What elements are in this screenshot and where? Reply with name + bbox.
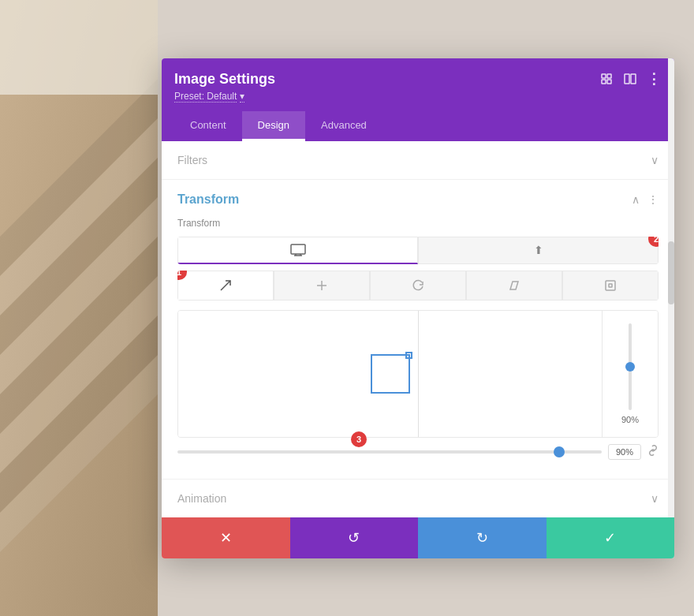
save-button[interactable]: ✓ (547, 517, 675, 558)
cancel-icon: ✕ (220, 529, 232, 547)
svg-rect-9 (0, 0, 158, 95)
link-chain-icon[interactable] (647, 445, 659, 458)
badge-3: 3 (351, 431, 367, 447)
animation-chevron: ∨ (651, 492, 659, 505)
animation-section-header[interactable]: Animation ∨ (162, 479, 674, 517)
transform-corner-indicator (401, 354, 410, 364)
filters-chevron: ∨ (651, 154, 659, 166)
vertical-slider-track (629, 323, 632, 410)
origin-icon (604, 279, 617, 292)
undo-icon: ↺ (348, 529, 360, 547)
transform-header-icons: ∧ ⋮ (632, 193, 659, 206)
tab-design[interactable]: Design (242, 111, 305, 141)
device-tabs: ⬆ 2 (177, 237, 659, 264)
transform-header: Transform ∧ ⋮ (177, 192, 659, 207)
columns-icon[interactable] (622, 71, 638, 87)
cancel-button[interactable]: ✕ (162, 517, 290, 558)
preset-selector[interactable]: Preset: Default ▾ (174, 91, 662, 102)
h-thumb[interactable] (554, 446, 565, 457)
animation-title: Animation (177, 492, 226, 505)
preset-chevron: ▾ (240, 91, 244, 103)
transform-section: Transform ∧ ⋮ Transform (162, 180, 674, 479)
svg-rect-13 (607, 80, 611, 84)
horizontal-value-display: 90% (608, 444, 641, 460)
scale-icon (219, 279, 232, 292)
chain-icon-svg (647, 445, 659, 456)
transform-box (371, 354, 410, 394)
svg-rect-16 (291, 245, 305, 254)
tab-content[interactable]: Content (174, 111, 242, 141)
tool-scale[interactable] (177, 271, 274, 301)
svg-marker-23 (510, 282, 518, 289)
transform-label: Transform (177, 218, 659, 229)
vertical-slider-container: 90% 4 (603, 311, 658, 437)
undo-button[interactable]: ↺ (290, 517, 419, 558)
transform-tools: 1 (177, 271, 659, 301)
device-tab-desktop[interactable] (177, 237, 418, 264)
redo-button[interactable]: ↻ (418, 517, 547, 558)
preset-label: Preset: Default (174, 91, 237, 103)
filters-section-header[interactable]: Filters ∨ (162, 141, 674, 180)
transform-canvas-wrapper: 90% 4 (177, 310, 659, 438)
svg-rect-15 (631, 74, 636, 84)
panel-footer: ✕ ↺ ↻ ✓ (162, 517, 674, 558)
transform-title: Transform (177, 192, 239, 207)
panel-body: Filters ∨ Transform ∧ ⋮ Transform (162, 141, 674, 517)
title-row: Image Settings ⋮ (174, 71, 662, 88)
panel-title: Image Settings (174, 71, 275, 88)
device-tab-mobile[interactable]: ⬆ 2 (418, 237, 659, 264)
svg-rect-25 (609, 284, 612, 287)
transform-more-icon[interactable]: ⋮ (647, 193, 659, 206)
tool-origin[interactable] (562, 271, 659, 301)
save-icon: ✓ (604, 529, 616, 547)
skew-icon (508, 279, 520, 292)
horizontal-slider-row: 3 90% (177, 441, 659, 466)
desktop-icon (290, 244, 306, 256)
svg-rect-14 (625, 74, 629, 84)
scrollbar[interactable] (668, 58, 674, 517)
svg-rect-11 (607, 74, 611, 78)
horizontal-slider[interactable] (177, 446, 602, 458)
image-settings-panel: Image Settings ⋮ (162, 58, 674, 558)
tabs-row: Content Design Advanced (174, 111, 662, 141)
panel-header: Image Settings ⋮ (162, 58, 674, 141)
bg-stairs-svg (0, 0, 158, 616)
more-options-icon[interactable]: ⋮ (646, 71, 662, 87)
vertical-slider-thumb[interactable] (625, 362, 635, 371)
rotate-icon (412, 279, 424, 292)
tool-rotate[interactable] (370, 271, 466, 301)
scroll-thumb[interactable] (668, 241, 674, 304)
badge-2: 2 (648, 237, 659, 247)
vertical-value: 90% (621, 415, 639, 424)
canvas-divider (418, 311, 419, 437)
tool-skew[interactable] (466, 271, 562, 301)
h-track (177, 450, 602, 454)
transform-canvas[interactable] (178, 311, 603, 437)
fullscreen-icon[interactable] (599, 71, 614, 87)
cursor-icon: ⬆ (534, 244, 543, 256)
header-icons: ⋮ (599, 71, 662, 87)
svg-rect-10 (602, 74, 606, 78)
filters-title: Filters (177, 154, 207, 166)
tool-translate[interactable] (274, 271, 370, 301)
redo-icon: ↻ (476, 529, 488, 547)
transform-collapse-icon[interactable]: ∧ (632, 193, 640, 206)
svg-line-20 (221, 281, 230, 290)
tab-advanced[interactable]: Advanced (305, 111, 382, 141)
background-image (0, 0, 158, 616)
translate-icon (315, 279, 328, 292)
svg-rect-12 (602, 80, 606, 84)
svg-rect-24 (606, 281, 615, 290)
